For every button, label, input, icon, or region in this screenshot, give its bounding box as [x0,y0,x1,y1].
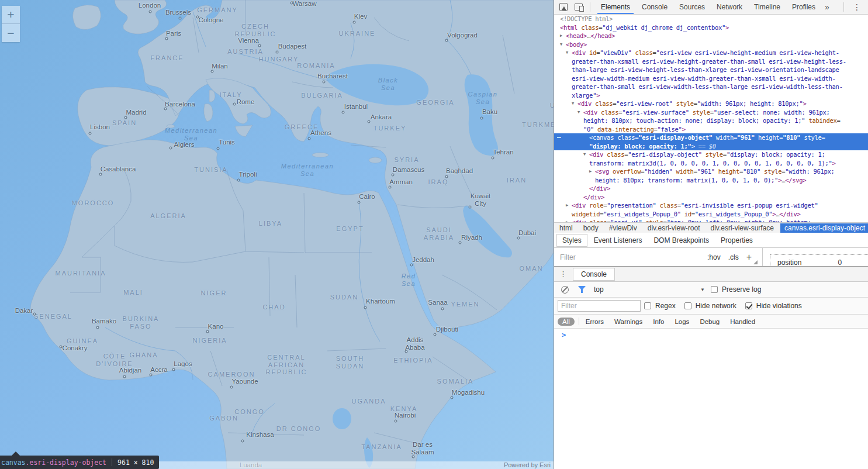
expanded-arrow-icon[interactable]: ▼ [566,49,568,57]
dom-tree-line[interactable]: <html class="dj_webkit dj_chrome dj_cont… [554,23,868,32]
dom-tree-line[interactable]: greater-than-xsmall esri-view-height-gre… [554,57,868,66]
console-option-hide-violations[interactable]: Hide violations [745,302,802,310]
dom-tree-line[interactable]: ▼<body> [554,40,868,49]
dom-tree-line[interactable]: "0" data-interacting="false"> [554,125,868,134]
dom-token: <div [589,151,603,158]
level-filter-handled[interactable]: Handled [728,318,758,326]
map-city-dot [445,39,448,42]
map-city-dot [211,70,214,73]
breadcrumb-item[interactable]: body [579,223,603,233]
dom-tree-line[interactable]: "display: block; opacity: 1;"> == $0 [554,142,868,151]
level-filter-errors[interactable]: Errors [583,318,606,326]
map-label-city: Addis Ababa [405,336,424,351]
dom-tree-line[interactable]: …<canvas class="esri-display-object" wid… [554,133,868,142]
dom-tree-line[interactable]: transform: matrix3d(1, 0, 0, 0, 0, 1, 0,… [554,159,868,168]
metrics-value[interactable]: 0 [838,258,842,266]
overflow-ellipsis-icon[interactable]: … [557,132,561,140]
level-filter-debug[interactable]: Debug [697,318,722,326]
dom-tree-line[interactable]: than-large esri-view-height-less-than-xl… [554,65,868,74]
dom-tree-line[interactable]: xlarge"> [554,91,868,100]
filter-funnel-icon[interactable] [578,286,586,293]
hide-violations-checkbox[interactable] [745,302,752,309]
tab-properties[interactable]: Properties [715,235,758,246]
map-label-country: DR CONGO [276,425,321,433]
console-option-regex[interactable]: Regex [644,302,676,310]
regex-checkbox[interactable] [644,302,651,309]
dom-tree-line[interactable]: ▶<svg overflow="hidden" width="961" heig… [554,167,868,176]
drawer-menu-icon[interactable]: ⋮ [559,270,567,278]
dropdown-arrow-icon[interactable]: ▼ [700,287,705,292]
tab-console-drawer[interactable]: Console [573,268,615,281]
zoom-in-button[interactable]: + [2,6,20,24]
dom-tree-line[interactable]: </div> [554,193,868,202]
dom-token: height: 810px; transform: matrix(1, 0, 0… [595,177,778,184]
tab-styles[interactable]: Styles [556,234,587,247]
inspect-element-icon[interactable] [559,3,568,11]
collapsed-arrow-icon[interactable]: ▶ [566,201,568,210]
tab-profiles[interactable]: Profiles [786,0,821,14]
dom-token: than-large esri-view-height-less-than-xl… [572,66,839,73]
dom-tree-line[interactable]: ▼<div class="esri-view-surface" style="u… [554,108,868,117]
dom-tree-line[interactable]: ▼<div class="esri-view-root" style="widt… [554,99,868,108]
dom-tree-line[interactable]: greater-than-small esri-view-width-less-… [554,82,868,91]
breadcrumb-item[interactable]: html [555,223,577,233]
dom-tree-line[interactable]: ▶<div role="presentation" class="esri-in… [554,201,868,210]
dom-tree-line[interactable]: ▼<div class="esri-display-object" style=… [554,150,868,159]
preserve-log-label: Preserve log [722,285,761,294]
dom-tree-line[interactable]: esri-view-width-medium esri-view-width-g… [554,74,868,83]
dom-token: == $0 [695,143,716,150]
preserve-log-option[interactable]: Preserve log [711,285,761,294]
device-toolbar-icon[interactable] [575,4,583,11]
level-filter-warnings[interactable]: Warnings [612,318,645,326]
tab-elements[interactable]: Elements [595,0,636,14]
dom-token: id [681,211,691,218]
dom-tree-line[interactable]: height: 810px; transform: matrix(1, 0, 0… [554,176,868,185]
console-filter-input[interactable]: Filter [558,300,641,312]
resize-grip-icon[interactable] [753,260,758,264]
map-label-water: Black Sea [378,77,398,91]
tab-event-listeners[interactable]: Event Listeners [589,235,648,246]
clear-console-icon[interactable] [561,286,569,294]
tab-network[interactable]: Network [711,0,748,14]
dom-tree-line[interactable]: ▼<div id="viewDiv" class="esri-view esri… [554,49,868,57]
level-filter-logs[interactable]: Logs [672,318,691,326]
map-view[interactable]: GERMANYCZECH REPUBLICAUSTRIAHUNGARYFRANC… [0,0,554,469]
expanded-arrow-icon[interactable]: ▼ [583,150,586,159]
dom-tree: <!DOCTYPE html><html class="dj_webkit dj… [554,15,868,222]
level-filter-info[interactable]: Info [651,318,666,326]
breadcrumb-item[interactable]: #viewDiv [605,223,641,233]
dom-tree-line[interactable]: ▶<head>…</head> [554,32,868,40]
map-city-dot [230,386,233,389]
preserve-log-checkbox[interactable] [711,286,718,293]
console-prompt[interactable]: > [562,331,566,339]
dom-tree-line[interactable]: <!DOCTYPE html> [554,15,868,23]
new-style-rule-button[interactable]: + [746,252,752,263]
dom-tree-line[interactable]: height: 810px; touch-action: none; displ… [554,116,868,125]
level-filter-all[interactable]: All [558,318,575,326]
breadcrumb-item[interactable]: div.esri-view-root [644,223,704,233]
console-context-selector[interactable]: top [594,285,604,294]
hov-toggle[interactable]: :hov [707,253,721,261]
tab-timeline[interactable]: Timeline [748,0,786,14]
devtools-menu-icon[interactable]: ⋮ [853,2,861,12]
console-option-hide-network[interactable]: Hide network [684,302,736,310]
styles-filter-input[interactable]: Filter [554,253,707,261]
collapsed-arrow-icon[interactable]: ▶ [589,167,592,176]
tab-console[interactable]: Console [636,0,673,14]
tab-dom-breakpoints[interactable]: DOM Breakpoints [648,235,714,246]
cls-toggle[interactable]: .cls [728,253,739,261]
expanded-arrow-icon[interactable]: ▼ [572,99,574,108]
collapsed-arrow-icon[interactable]: ▶ [560,32,562,40]
expanded-arrow-icon[interactable]: ▼ [577,108,580,117]
dom-tree-line[interactable]: </div> [554,184,868,193]
zoom-out-button[interactable]: − [2,24,20,42]
breadcrumb-item[interactable]: canvas.esri-display-object [780,223,868,233]
tab-sources[interactable]: Sources [673,0,711,14]
hide-network-checkbox[interactable] [684,302,691,309]
breadcrumb-item[interactable]: div.esri-view-surface [707,223,778,233]
collapsed-arrow-icon[interactable]: ▶ [566,218,568,222]
expanded-arrow-icon[interactable]: ▼ [560,40,562,49]
more-tabs-icon[interactable]: » [825,2,829,12]
dom-tree-line[interactable]: widgetid="esri_widgets_Popup_0" id="esri… [554,210,868,219]
dom-tree-line[interactable]: ▶<div class="esri-ui" style="top: 0px; l… [554,218,868,222]
